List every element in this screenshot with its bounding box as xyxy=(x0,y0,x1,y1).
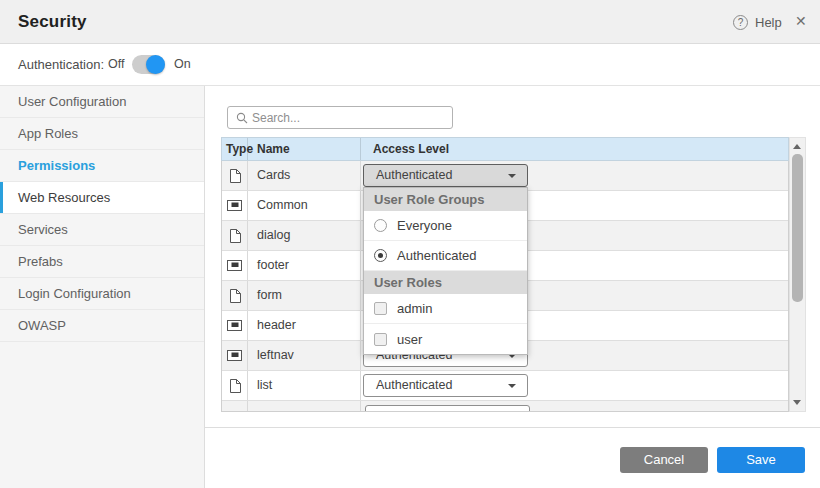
authentication-bar: Authentication: Off On xyxy=(0,44,820,86)
radio-button-selected[interactable] xyxy=(374,249,387,262)
sidebar-item-login-configuration[interactable]: Login Configuration xyxy=(0,278,204,310)
scrollbar-thumb[interactable] xyxy=(792,154,803,302)
option-user[interactable]: user xyxy=(364,324,527,354)
help-icon: ? xyxy=(733,15,748,30)
resource-name: header xyxy=(248,311,361,340)
resource-name: list xyxy=(248,371,361,400)
page-title: Security xyxy=(18,0,87,43)
toggle-on-label: On xyxy=(174,44,191,85)
resource-name: dialog xyxy=(248,221,361,250)
search-icon xyxy=(236,112,248,124)
table-header: Type Name Access Level xyxy=(221,137,789,161)
page-icon xyxy=(229,169,241,183)
authentication-label: Authentication: xyxy=(18,44,104,85)
authentication-toggle[interactable] xyxy=(132,55,165,74)
option-everyone[interactable]: Everyone xyxy=(364,211,527,241)
search-box xyxy=(227,106,453,129)
footer-divider xyxy=(205,427,820,428)
access-level-dropdown[interactable]: Authenticated xyxy=(363,164,528,187)
close-icon[interactable]: ✕ xyxy=(795,0,807,44)
sidebar: User Configuration App Roles Permissions… xyxy=(0,86,205,488)
sidebar-item-app-roles[interactable]: App Roles xyxy=(0,118,204,150)
page-icon xyxy=(229,379,241,393)
resource-name: leftnav xyxy=(248,341,361,370)
radio-button[interactable] xyxy=(374,219,387,232)
page-icon xyxy=(229,289,241,303)
page-icon xyxy=(229,229,241,243)
group-header-user-role-groups: User Role Groups xyxy=(364,188,527,211)
toggle-knob xyxy=(146,55,165,74)
partial-icon xyxy=(227,350,242,361)
sidebar-item-services[interactable]: Services xyxy=(0,214,204,246)
chevron-down-icon xyxy=(508,384,516,388)
toggle-off-label: Off xyxy=(108,44,124,85)
scroll-up-icon[interactable] xyxy=(793,144,801,149)
sidebar-item-web-resources[interactable]: Web Resources xyxy=(0,182,204,214)
column-header-type: Type xyxy=(222,138,248,160)
group-header-user-roles: User Roles xyxy=(364,271,527,294)
partial-icon xyxy=(227,320,242,331)
resource-name: form xyxy=(248,281,361,310)
chevron-down-icon xyxy=(508,174,516,178)
checkbox[interactable] xyxy=(374,302,387,315)
access-level-dropdown[interactable] xyxy=(365,405,530,412)
column-header-access-level: Access Level xyxy=(361,138,788,160)
search-input[interactable] xyxy=(252,108,448,127)
resource-name: Common xyxy=(248,191,361,220)
partial-icon xyxy=(227,260,242,271)
sidebar-item-prefabs[interactable]: Prefabs xyxy=(0,246,204,278)
scroll-down-icon[interactable] xyxy=(793,400,801,405)
help-button[interactable]: ? Help xyxy=(733,0,782,44)
resource-name: Cards xyxy=(248,161,361,190)
option-admin[interactable]: admin xyxy=(364,294,527,324)
column-header-name: Name xyxy=(248,138,361,160)
vertical-scrollbar[interactable] xyxy=(789,137,806,412)
partial-icon xyxy=(227,200,242,211)
access-level-dropdown[interactable]: Authenticated xyxy=(363,374,528,397)
save-button[interactable]: Save xyxy=(717,447,805,473)
help-label: Help xyxy=(755,15,782,30)
table-row: list Authenticated xyxy=(222,371,788,401)
table-row-clipped xyxy=(222,401,788,412)
title-bar: Security ? Help ✕ xyxy=(0,0,820,44)
sidebar-item-owasp[interactable]: OWASP xyxy=(0,310,204,342)
resource-name: footer xyxy=(248,251,361,280)
checkbox[interactable] xyxy=(374,333,387,346)
sidebar-item-permissions[interactable]: Permissions xyxy=(0,150,204,182)
access-level-dropdown-panel: User Role Groups Everyone Authenticated … xyxy=(363,187,528,355)
sidebar-item-user-configuration[interactable]: User Configuration xyxy=(0,86,204,118)
cancel-button[interactable]: Cancel xyxy=(620,447,708,473)
option-authenticated[interactable]: Authenticated xyxy=(364,241,527,271)
